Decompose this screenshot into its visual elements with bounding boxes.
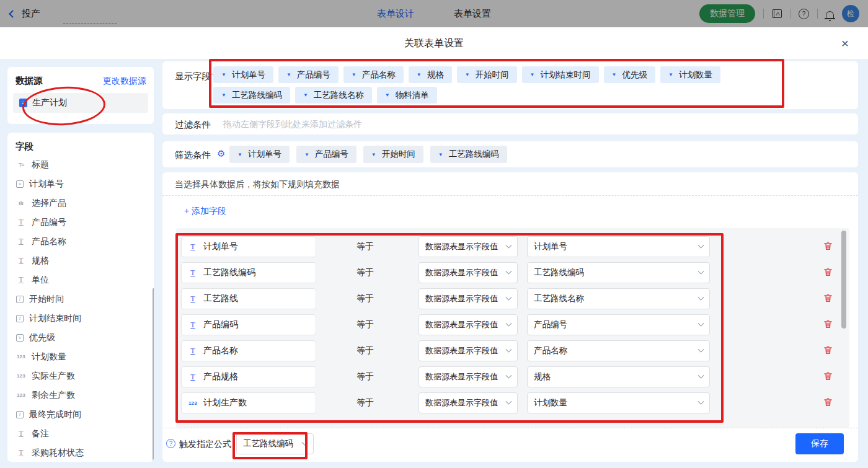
fields-scrollbar[interactable]	[153, 288, 154, 461]
save-button[interactable]: 保存	[795, 433, 844, 454]
delete-rule-button[interactable]	[822, 267, 834, 279]
delete-rule-button[interactable]	[822, 371, 834, 383]
add-display-field-icon[interactable]: +	[208, 69, 213, 80]
rule-field-input[interactable]: 123计划生产数	[181, 392, 316, 413]
rule-source-select[interactable]: 数据源表显示字段值	[418, 314, 518, 335]
field-item[interactable]: T产品名称	[7, 232, 154, 251]
trigger-formula-select[interactable]: 工艺路线编码	[236, 433, 314, 454]
field-item-label: 最终完成时间	[29, 409, 81, 420]
field-chip[interactable]: ▼产品编号	[278, 66, 339, 83]
field-chip[interactable]: ▼工艺路线名称	[295, 87, 372, 104]
chevron-down-icon	[506, 398, 512, 404]
rule-field-input[interactable]: T工艺路线	[181, 288, 316, 309]
field-item[interactable]: T备注	[7, 424, 154, 443]
trash-icon	[823, 345, 833, 355]
field-item[interactable]: ≡计划单号	[7, 174, 154, 193]
field-chip[interactable]: ▼开始时间	[363, 146, 423, 163]
delete-rule-button[interactable]	[822, 319, 834, 331]
screen-condition-chips: ▼计划单号▼产品编号▼开始时间▼工艺路线编码	[229, 146, 507, 163]
field-chip[interactable]: ▼物料清单	[377, 87, 437, 104]
field-chip[interactable]: ▼规格	[409, 66, 452, 83]
rule-field-input[interactable]: T产品规格	[181, 366, 316, 387]
field-chip[interactable]: ▼计划结束时间	[522, 66, 599, 83]
field-chip[interactable]: ▼开始时间	[457, 66, 517, 83]
field-item[interactable]: 123计划数量	[7, 347, 154, 366]
chip-label: 产品名称	[362, 69, 396, 81]
datasource-item[interactable]: ≡ 生产计划	[13, 93, 148, 113]
field-chip[interactable]: ▼工艺路线编码	[430, 146, 507, 163]
rule-value-select[interactable]: 计划数量	[527, 392, 710, 413]
text-field-icon: T	[16, 448, 26, 457]
rule-source-select[interactable]: 数据源表显示字段值	[418, 236, 518, 257]
field-item[interactable]: 7开始时间	[7, 289, 154, 309]
field-chip[interactable]: ▼产品编号	[296, 146, 356, 163]
field-chip[interactable]: ▼优先级	[604, 66, 655, 83]
rule-field-label: 产品规格	[203, 371, 238, 382]
close-button[interactable]: ×	[837, 35, 853, 51]
rule-value-select[interactable]: 产品名称	[527, 340, 710, 361]
field-item[interactable]: T≡标题	[7, 155, 154, 174]
rule-field-input[interactable]: T工艺路线编码	[181, 262, 316, 283]
rules-scrollbar[interactable]	[841, 231, 846, 329]
rule-row: T产品编码等于数据源表显示字段值产品编号	[181, 314, 849, 335]
rule-source-select[interactable]: 数据源表显示字段值	[418, 366, 518, 387]
field-item[interactable]: ılı选择产品	[7, 193, 154, 213]
chevron-down-icon	[698, 320, 704, 326]
rule-value-select[interactable]: 工艺路线编码	[527, 262, 710, 283]
delete-rule-button[interactable]	[822, 345, 834, 357]
rule-value: 工艺路线名称	[534, 293, 584, 304]
field-item-label: 选择产品	[32, 198, 66, 209]
rule-field-input[interactable]: T产品名称	[181, 340, 316, 361]
chip-label: 规格	[427, 69, 444, 81]
rule-source-select[interactable]: 数据源表显示字段值	[418, 340, 518, 361]
field-item-label: 采购耗材状态	[32, 448, 84, 459]
rule-field-label: 计划单号	[203, 241, 238, 252]
page-title: 关联表单设置	[0, 37, 868, 50]
chip-label: 开始时间	[382, 149, 415, 160]
field-item[interactable]: T规格	[7, 251, 154, 270]
change-datasource-link[interactable]: 更改数据源	[103, 76, 146, 87]
field-item[interactable]: T单位	[7, 270, 154, 289]
field-item[interactable]: 123实际生产数	[7, 366, 154, 386]
field-item[interactable]: T采购耗材状态	[7, 443, 154, 462]
delete-rule-button[interactable]	[822, 397, 834, 409]
trigger-help-icon[interactable]: ?	[166, 439, 175, 448]
delete-rule-button[interactable]	[822, 241, 834, 253]
field-chip[interactable]: ▼工艺路线编码	[213, 87, 290, 104]
chip-dropdown-icon: ▼	[417, 72, 422, 77]
gear-icon[interactable]: ⚙	[217, 149, 225, 158]
field-chip[interactable]: ▼计划数量	[660, 66, 720, 83]
rule-value: 计划单号	[534, 241, 567, 252]
rule-field-input[interactable]: T计划单号	[181, 236, 316, 257]
field-item[interactable]: 7最终完成时间	[7, 405, 154, 424]
field-item[interactable]: 123剩余生产数	[7, 386, 154, 405]
chevron-down-icon	[698, 346, 704, 352]
field-item-label: 优先级	[29, 332, 55, 343]
screen-conditions-card: 筛选条件 ⚙ ▼计划单号▼产品编号▼开始时间▼工艺路线编码	[162, 141, 858, 167]
add-field-link[interactable]: + 添加字段	[184, 206, 226, 217]
fill-rules-card: 当选择具体数据后，将按如下规则填充数据 + 添加字段 T计划单号等于数据源表显示…	[162, 172, 858, 462]
field-chip[interactable]: ▼计划单号	[213, 66, 273, 83]
rule-source-select[interactable]: 数据源表显示字段值	[418, 392, 518, 413]
field-item-label: 规格	[32, 255, 49, 267]
trash-icon	[823, 241, 833, 251]
field-item[interactable]: T产品编号	[7, 213, 154, 232]
rule-source-select[interactable]: 数据源表显示字段值	[418, 288, 518, 309]
field-chip[interactable]: ▼计划单号	[229, 146, 290, 163]
filter-card[interactable]: 过滤条件 拖动左侧字段到此处来添加过滤条件	[162, 113, 858, 135]
field-item[interactable]: 7计划结束时间	[7, 309, 154, 328]
filter-label: 过滤条件	[175, 119, 211, 131]
rules-container: T计划单号等于数据源表显示字段值计划单号T工艺路线编码等于数据源表显示字段值工艺…	[176, 228, 849, 428]
rule-value-select[interactable]: 工艺路线名称	[527, 288, 710, 309]
delete-rule-button[interactable]	[822, 293, 834, 305]
chip-label: 开始时间	[476, 69, 509, 81]
rule-value-select[interactable]: 产品编号	[527, 314, 710, 335]
rule-operator: 等于	[356, 319, 375, 330]
field-chip[interactable]: ▼产品名称	[343, 66, 404, 83]
rule-value-select[interactable]: 规格	[527, 366, 710, 387]
field-item[interactable]: v优先级	[7, 328, 154, 347]
rule-field-input[interactable]: T产品编码	[181, 314, 316, 335]
rule-value: 规格	[534, 371, 551, 382]
rule-value-select[interactable]: 计划单号	[527, 236, 710, 257]
rule-source-select[interactable]: 数据源表显示字段值	[418, 262, 518, 283]
